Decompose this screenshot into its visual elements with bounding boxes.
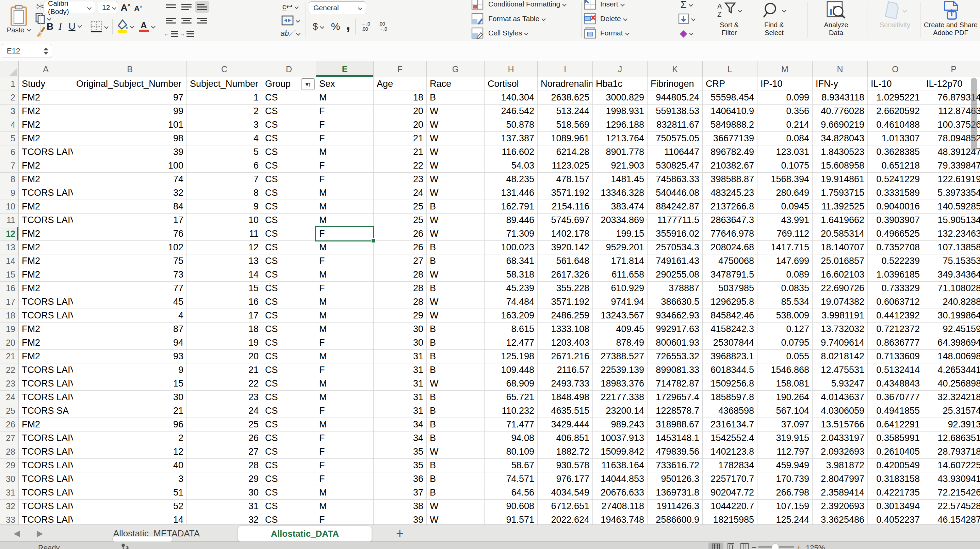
- cell-M17[interactable]: 85.534: [757, 295, 813, 309]
- row-header-33[interactable]: 33: [0, 513, 19, 525]
- cell-O28[interactable]: 0.2610405: [868, 445, 923, 459]
- cell-D16[interactable]: CS: [262, 282, 316, 295]
- cell-H11[interactable]: 89.446: [485, 214, 538, 227]
- cell-A7[interactable]: FM2: [19, 159, 73, 173]
- cell-A28[interactable]: TCORS LAIV: [19, 445, 73, 459]
- cell-I23[interactable]: 2493.733: [538, 377, 593, 391]
- cell-I3[interactable]: 513.244: [538, 105, 593, 118]
- cell-J14[interactable]: 171.814: [593, 254, 648, 268]
- cell-O12[interactable]: 0.4966525: [868, 227, 923, 241]
- cell-E8[interactable]: F: [316, 173, 374, 186]
- cell-J7[interactable]: 921.903: [593, 159, 648, 173]
- cell-F25[interactable]: 31: [374, 404, 427, 418]
- cell-N11[interactable]: 1.6419662: [813, 214, 868, 227]
- cell-P14[interactable]: 75.15353: [923, 254, 980, 268]
- cell-P27[interactable]: 12.686351: [923, 431, 980, 445]
- cell-A4[interactable]: FM2: [19, 118, 73, 132]
- cell-C2[interactable]: 1: [187, 91, 262, 105]
- cell-L19[interactable]: 4158242.3: [703, 322, 757, 336]
- cell-P31[interactable]: 72.215426: [923, 486, 980, 500]
- cell-J4[interactable]: 1296.188: [593, 118, 648, 132]
- cell-M27[interactable]: 319.915: [757, 431, 813, 445]
- cell-L27[interactable]: 1542552.4: [703, 431, 757, 445]
- cell-B25[interactable]: 21: [73, 404, 187, 418]
- cell-L15[interactable]: 3478791.5: [703, 268, 757, 282]
- page-break-view-button[interactable]: [740, 543, 749, 549]
- cell-O14[interactable]: 0.522239: [868, 254, 923, 268]
- cell-G24[interactable]: B: [427, 391, 485, 404]
- cell-G30[interactable]: B: [427, 472, 485, 486]
- cell-F2[interactable]: 18: [374, 91, 427, 105]
- cell-C12[interactable]: 11: [187, 227, 262, 241]
- cell-F18[interactable]: 29: [374, 309, 427, 322]
- cell-M24[interactable]: 190.264: [757, 391, 813, 404]
- cell-G15[interactable]: W: [427, 268, 485, 282]
- cell-B27[interactable]: 2: [73, 431, 187, 445]
- cell-G14[interactable]: B: [427, 254, 485, 268]
- cell-K1[interactable]: Fibrinogen: [648, 77, 703, 91]
- cell-K3[interactable]: 559138.53: [648, 105, 703, 118]
- cell-F31[interactable]: 37: [374, 486, 427, 500]
- cell-K26[interactable]: 318988.67: [648, 418, 703, 431]
- cell-D22[interactable]: CS: [262, 363, 316, 377]
- cell-J12[interactable]: 199.15: [593, 227, 648, 241]
- cell-J21[interactable]: 27388.527: [593, 350, 648, 363]
- cell-L28[interactable]: 1402123.8: [703, 445, 757, 459]
- cell-G26[interactable]: B: [427, 418, 485, 431]
- cell-P18[interactable]: 30.199864: [923, 309, 980, 322]
- cell-G1[interactable]: Race: [427, 77, 485, 91]
- cell-K27[interactable]: 1453148.1: [648, 431, 703, 445]
- cell-B9[interactable]: 32: [73, 186, 187, 200]
- cell-N8[interactable]: 19.914861: [813, 173, 868, 186]
- cell-A6[interactable]: TCORS LAIV: [19, 145, 73, 159]
- cell-L2[interactable]: 55598.454: [703, 91, 757, 105]
- cell-H5[interactable]: 137.387: [485, 132, 538, 145]
- cell-M18[interactable]: 538.009: [757, 309, 813, 322]
- cell-N28[interactable]: 2.0932693: [813, 445, 868, 459]
- cell-O25[interactable]: 0.4941855: [868, 404, 923, 418]
- cell-N13[interactable]: 18.140707: [813, 241, 868, 254]
- cell-K17[interactable]: 386630.5: [648, 295, 703, 309]
- cell-P32[interactable]: 22.574528: [923, 500, 980, 513]
- cell-K8[interactable]: 745863.33: [648, 173, 703, 186]
- column-header-I[interactable]: I: [538, 61, 593, 77]
- cell-I18[interactable]: 2486.259: [538, 309, 593, 322]
- cell-E5[interactable]: F: [316, 132, 374, 145]
- cell-C20[interactable]: 19: [187, 336, 262, 350]
- cell-K33[interactable]: 2586600.9: [648, 513, 703, 525]
- cell-P10[interactable]: 140.59285: [923, 200, 980, 214]
- next-sheet-icon[interactable]: ▶: [37, 525, 43, 542]
- borders-button[interactable]: [89, 20, 110, 34]
- cell-N2[interactable]: 8.9343118: [813, 91, 868, 105]
- text-orientation-button[interactable]: ab⟋: [279, 27, 301, 40]
- row-header-32[interactable]: 32: [0, 500, 19, 513]
- cell-I15[interactable]: 2617.326: [538, 268, 593, 282]
- cell-G20[interactable]: B: [427, 336, 485, 350]
- cell-C31[interactable]: 30: [187, 486, 262, 500]
- cell-D14[interactable]: CS: [262, 254, 316, 268]
- font-color-button[interactable]: A: [137, 19, 156, 34]
- cell-K32[interactable]: 1911426.3: [648, 500, 703, 513]
- cell-E33[interactable]: F: [316, 513, 374, 525]
- fill-color-button[interactable]: [115, 19, 135, 34]
- cell-A13[interactable]: FM2: [19, 241, 73, 254]
- cell-J23[interactable]: 18983.376: [593, 377, 648, 391]
- cell-B23[interactable]: 15: [73, 377, 187, 391]
- cell-H18[interactable]: 163.209: [485, 309, 538, 322]
- cell-E29[interactable]: F: [316, 459, 374, 472]
- cell-F33[interactable]: 39: [374, 513, 427, 525]
- cell-J22[interactable]: 22539.139: [593, 363, 648, 377]
- cell-A31[interactable]: TCORS LAIV: [19, 486, 73, 500]
- cell-E6[interactable]: M: [316, 145, 374, 159]
- cell-D5[interactable]: CS: [262, 132, 316, 145]
- cell-J19[interactable]: 409.45: [593, 322, 648, 336]
- cell-K18[interactable]: 934662.93: [648, 309, 703, 322]
- cell-D23[interactable]: CS: [262, 377, 316, 391]
- decrease-font-size-button[interactable]: A˅: [133, 3, 143, 14]
- cell-I26[interactable]: 3429.444: [538, 418, 593, 431]
- cell-F29[interactable]: 35: [374, 459, 427, 472]
- cell-M26[interactable]: 37.097: [757, 418, 813, 431]
- cell-A12[interactable]: FM2: [19, 227, 73, 241]
- cell-M25[interactable]: 567.104: [757, 404, 813, 418]
- row-header-19[interactable]: 19: [0, 322, 19, 336]
